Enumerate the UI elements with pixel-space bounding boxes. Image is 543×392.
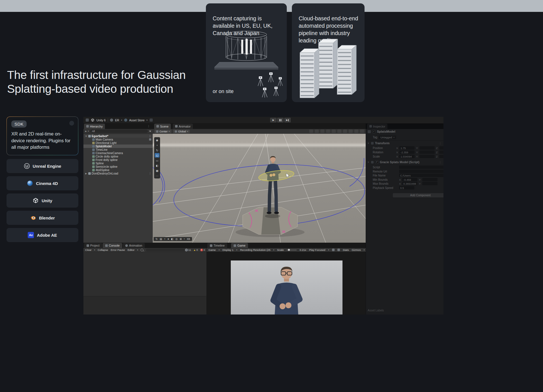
scene-viewport[interactable]: ◉ + ↻ ◱ ▭ ◧ ▦ ⋯ ↻ ▤ + ● ◧ ◎ ⊞ ▾ XB [153, 134, 366, 243]
node-graph-icon[interactable] [150, 119, 153, 122]
more-options-icon[interactable]: ⋮ [149, 135, 151, 137]
scale-y-field[interactable] [419, 155, 435, 158]
console-log-list[interactable] [83, 252, 206, 296]
scale-tool-icon[interactable]: ◱ [155, 153, 160, 158]
tab-game[interactable]: Game [231, 243, 248, 248]
effects-icon[interactable] [326, 130, 330, 133]
visibility-icon[interactable] [332, 130, 336, 133]
file-name-field[interactable]: C:/Users [399, 174, 443, 177]
account-menu[interactable]: ER [115, 119, 119, 122]
platform-button-blender[interactable]: Blender [7, 211, 78, 225]
camera-settings-icon[interactable] [349, 130, 353, 133]
hierarchy-item-4to6spline[interactable]: 4to6Spline [83, 168, 153, 172]
max-bounds-x-field[interactable]: 0.3653488 [402, 182, 417, 185]
hierarchy-item-spline[interactable]: Spline [83, 161, 153, 165]
play-focused-dropdown[interactable]: Play Focused [309, 248, 326, 251]
add-overlay-icon[interactable]: + [164, 238, 165, 240]
transform-tool-icon[interactable]: ◧ [155, 163, 160, 168]
rotation-x-field[interactable]: -2.359 [399, 150, 415, 154]
position-y-field[interactable] [419, 146, 435, 150]
add-object-icon[interactable]: + [85, 130, 87, 133]
grid-icon[interactable] [343, 130, 347, 133]
position-z-field[interactable] [439, 146, 444, 150]
playback-speed-field[interactable]: 0.5 [399, 186, 414, 189]
tab-animator[interactable]: Animator [173, 124, 193, 129]
layers-icon[interactable]: ▤ [160, 238, 162, 240]
more-options-icon[interactable] [360, 130, 364, 133]
rotation-z-field[interactable] [439, 150, 444, 154]
info-count[interactable]: i11 [185, 248, 191, 251]
min-bounds-y-field[interactable] [422, 178, 438, 181]
mute-audio-icon[interactable] [332, 249, 335, 251]
rotate-tool-icon[interactable]: ↻ [155, 148, 160, 152]
rect-tool-icon[interactable]: ▭ [155, 158, 160, 163]
max-bounds-y-field[interactable] [422, 182, 438, 185]
volume-icon[interactable] [337, 249, 340, 251]
tab-project[interactable]: Project [84, 243, 102, 248]
move-tool-icon[interactable]: + [155, 143, 160, 147]
tab-scene[interactable]: Scene [154, 124, 171, 129]
scale-x-field[interactable]: 1.034094 [399, 155, 415, 158]
foldout-open-icon[interactable]: ▼ [367, 142, 370, 145]
asset-store-menu[interactable]: Asset Store [129, 119, 145, 122]
hierarchy-item-main-camera[interactable]: Main Camera [83, 138, 153, 141]
orientation-dropdown[interactable]: Global ▾ [173, 130, 190, 133]
more-options-icon[interactable]: ⋮ [439, 161, 441, 164]
platform-button-unreal[interactable]: Unreal Engine [7, 159, 78, 173]
lighting-icon[interactable] [337, 130, 341, 133]
tag-dropdown[interactable]: Untagged ▾ [379, 135, 396, 139]
script-component-header[interactable]: ▼ ✓ Gracie Splats Model (Script) [367, 160, 419, 164]
rotation-y-field[interactable] [419, 150, 435, 154]
hierarchy-search-input[interactable]: All [90, 130, 148, 133]
stats-button[interactable]: Stats [343, 248, 349, 251]
tab-inspector[interactable]: Inspector [367, 124, 387, 129]
hierarchy-item-front-dolly-spline[interactable]: Front dolly spline [83, 158, 153, 161]
tab-console[interactable]: Console [103, 243, 122, 248]
tab-animation[interactable]: Animation [123, 243, 145, 248]
script-field[interactable] [399, 165, 443, 169]
active-checkbox[interactable]: ✓ [372, 130, 376, 133]
scale-z-field[interactable] [439, 155, 444, 158]
refresh-icon[interactable]: ↻ [156, 238, 158, 240]
platform-button-cinema4d[interactable]: Cinema 4D [7, 176, 78, 190]
tab-hierarchy[interactable]: Hierarchy [84, 124, 105, 129]
gizmos-dropdown[interactable]: Gizmos [352, 248, 361, 251]
editor-filter-button[interactable]: Editor [128, 248, 135, 251]
foldout-closed-icon[interactable]: ▶ [85, 172, 87, 175]
target-icon[interactable]: ◎ [175, 238, 178, 240]
foldout-open-icon[interactable]: ▼ [85, 135, 87, 137]
error-count[interactable]: ×0 [200, 248, 205, 251]
hierarchy-item-cinemachine-camera[interactable]: CinemachineCamera [83, 151, 153, 155]
position-x-field[interactable]: 1.75 [399, 146, 415, 150]
warning-count[interactable]: ▲0 [193, 248, 198, 251]
transform-component-header[interactable]: ▼ Transform [367, 141, 389, 145]
grid-tool-icon[interactable]: ▦ [155, 168, 160, 173]
console-search-input[interactable] [146, 249, 186, 251]
step-button[interactable]: ▶ [284, 118, 291, 122]
hierarchy-dontdestroy-root[interactable]: ▶ DontDestroyOnLoad ⋮ [83, 172, 153, 175]
platform-button-unity[interactable]: Unity [7, 193, 78, 208]
min-bounds-x-field[interactable]: -0.459 [402, 178, 417, 181]
add-component-button[interactable]: Add Component [393, 193, 443, 197]
filter-funnel-icon[interactable] [149, 131, 151, 132]
display-dropdown[interactable]: Display 1 [222, 248, 233, 251]
play-button[interactable]: ▶ [270, 118, 277, 122]
grid-snap-icon[interactable]: ⊞ [180, 238, 182, 240]
collapse-button[interactable]: Collapse [98, 248, 108, 251]
component-enabled-checkbox[interactable]: ✓ [375, 160, 378, 164]
tab-timeline[interactable]: Timeline [207, 243, 227, 248]
hierarchy-item-circle-dolly-spline[interactable]: Circle dolly spline [83, 155, 153, 158]
pause-button[interactable] [277, 118, 284, 122]
snap-icon[interactable] [309, 130, 313, 133]
gizmos-toggle-icon[interactable] [354, 130, 358, 133]
pivot-dropdown[interactable]: Center ▾ [154, 130, 171, 133]
hierarchy-item-splatsmodel[interactable]: SplatsModel [83, 145, 153, 148]
game-mode-dropdown[interactable]: Game [208, 248, 216, 251]
hierarchy-item-timeline[interactable]: TimeLine [83, 148, 153, 151]
split-view-icon[interactable]: ◧ [171, 238, 174, 240]
hierarchy-scene-root[interactable]: ▼ EgorSaibot* ⋮ [83, 134, 153, 138]
more-options-icon[interactable]: ⋮ [439, 142, 441, 145]
audio-toggle-icon[interactable] [149, 138, 151, 141]
error-pause-button[interactable]: Error Pause [111, 248, 125, 251]
menu-grid-icon[interactable] [86, 119, 89, 122]
